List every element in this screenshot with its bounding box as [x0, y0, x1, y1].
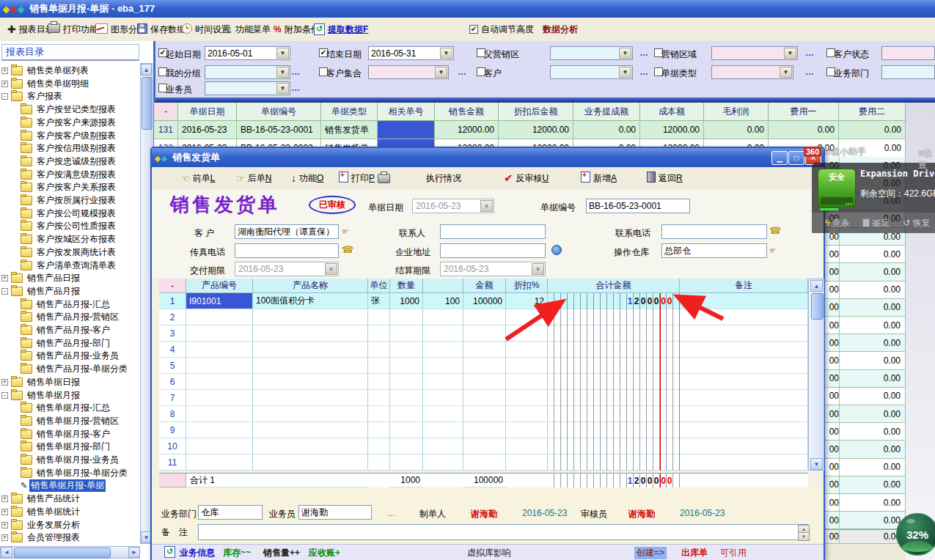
tree-item-label[interactable]: 销售单据月报-汇总	[35, 402, 111, 414]
sidebar-item[interactable]: -销售单据月报	[1, 389, 138, 402]
tree-expand-icon[interactable]: -	[1, 288, 8, 295]
tree-expand-icon[interactable]: +	[1, 534, 8, 541]
sidebar-item[interactable]: 销售产品月报-业务员	[1, 350, 138, 362]
tree-item-label[interactable]: 客户按登记类型报表	[35, 103, 117, 116]
doc-no-field[interactable]	[586, 199, 690, 213]
sidebar-item[interactable]: +销售类单据列表	[1, 65, 138, 77]
sidebar-item[interactable]: 销售产品月报-单据分类	[1, 363, 138, 375]
dialog-next-doc-button[interactable]: ☞后单N	[236, 171, 271, 185]
discount-cell[interactable]: 12	[506, 293, 548, 309]
toolbar-extract-data-button[interactable]: ↺提取数据F	[314, 22, 368, 37]
detail-column-header[interactable]: 数量	[390, 279, 423, 293]
column-header[interactable]: 单据编号	[237, 103, 321, 121]
dept-field[interactable]	[198, 505, 263, 520]
data-cell[interactable]: 0.00	[839, 263, 906, 281]
customer-field[interactable]	[235, 224, 339, 239]
detail-column-header[interactable]: 产品编号	[186, 279, 253, 293]
empty-cell[interactable]	[680, 342, 808, 358]
dialog-minimize-button[interactable]: ▁	[771, 151, 788, 165]
empty-cell[interactable]	[368, 390, 390, 406]
dialog-add-new-button[interactable]: 新增A	[581, 171, 617, 185]
sidebar-item[interactable]: +销售产品统计	[1, 493, 138, 505]
sidebar-item[interactable]: 客户按客户来源报表	[1, 117, 138, 129]
tree-item-label[interactable]: 销售单据月报-部门	[35, 441, 111, 453]
column-header[interactable]: -	[154, 103, 178, 121]
empty-cell[interactable]	[506, 438, 548, 454]
detail-column-header[interactable]: 单位	[368, 279, 390, 293]
doc-type-more-button[interactable]: …	[805, 67, 815, 77]
salesman-dropdown[interactable]: ▼	[205, 81, 290, 95]
settle-date-dropdown[interactable]: 2016-05-23▼	[440, 262, 546, 276]
empty-cell[interactable]	[186, 390, 253, 406]
sidebar-item[interactable]: 销售单据月报-客户	[1, 428, 138, 441]
empty-cell[interactable]	[463, 406, 506, 422]
price-cell[interactable]: 100	[423, 293, 463, 309]
empty-cell[interactable]	[253, 422, 368, 438]
empty-cell[interactable]	[390, 390, 423, 406]
tree-item-label[interactable]: 客户报表	[26, 90, 64, 103]
tree-item-label[interactable]: 销售产品月报	[26, 285, 81, 298]
sidebar-item[interactable]: +销售类单据明细	[1, 78, 138, 90]
empty-cell[interactable]	[423, 438, 463, 454]
empty-cell[interactable]	[506, 406, 548, 422]
tree-item-label[interactable]: 销售单据月报	[26, 389, 81, 402]
optimization-percent-badge[interactable]: 32%	[896, 513, 935, 556]
sidebar-item[interactable]: +销售单据日报	[1, 376, 138, 388]
salesman-field[interactable]	[298, 505, 372, 520]
data-cell[interactable]: BB-16-05-23-0001	[237, 121, 321, 139]
empty-cell[interactable]	[680, 438, 808, 454]
sidebar-item[interactable]: 销售单据月报-业务员	[1, 454, 138, 466]
empty-cell[interactable]	[253, 358, 368, 374]
detail-row-number[interactable]: 4	[159, 342, 186, 358]
tree-horizontal-scrollbar[interactable]: ◄ ►	[0, 546, 140, 559]
data-cell[interactable]: 00	[825, 476, 839, 494]
tree-scrollbar-thumb[interactable]	[142, 77, 153, 130]
empty-cell[interactable]	[423, 325, 463, 342]
tree-item-label[interactable]: 客户按公司规模报表	[35, 207, 117, 220]
amount-cell[interactable]: 100000	[463, 293, 506, 309]
empty-cell[interactable]	[186, 422, 253, 438]
salesman-more-button[interactable]: …	[291, 83, 301, 93]
product-name-cell[interactable]: 100面值积分卡	[253, 293, 368, 309]
empty-cell[interactable]	[368, 325, 390, 342]
business-dept-dropdown[interactable]	[881, 65, 935, 79]
empty-cell[interactable]	[186, 454, 253, 471]
dropdown-arrow-icon[interactable]: ▼	[619, 48, 631, 59]
column-header[interactable]: 销售金额	[435, 103, 499, 121]
empty-cell[interactable]	[368, 406, 390, 422]
detail-row-number[interactable]: 6	[159, 374, 186, 390]
tree-item-label[interactable]: 销售产品月报-客户	[35, 324, 111, 336]
detail-row-number[interactable]: 8	[159, 406, 186, 422]
dropdown-arrow-icon[interactable]: ▼	[440, 48, 452, 59]
sidebar-item[interactable]: 销售产品月报-客户	[1, 324, 138, 336]
empty-cell[interactable]	[506, 374, 548, 390]
my-group-dropdown[interactable]: ▼	[205, 65, 290, 79]
empty-cell[interactable]	[253, 309, 368, 325]
empty-cell[interactable]	[680, 325, 808, 342]
data-cell[interactable]: 00	[825, 423, 839, 441]
tree-item-label[interactable]: 销售单据月报-业务员	[35, 454, 120, 466]
tree-item-label[interactable]: 客户按客户来源报表	[35, 117, 117, 129]
tree-item-label[interactable]: 客户按客户级别报表	[35, 130, 117, 142]
dialog-function-button[interactable]: ↓功能O	[291, 171, 323, 185]
remark-scroll-down[interactable]: ▼	[798, 532, 810, 541]
data-cell[interactable]: 0.00	[839, 370, 906, 388]
dropdown-arrow-icon[interactable]: ▼	[435, 67, 447, 78]
row-id-cell[interactable]: 131	[154, 121, 178, 139]
empty-cell[interactable]	[253, 374, 368, 390]
tree-item-label[interactable]: 销售产品月报-业务员	[35, 350, 120, 362]
empty-cell[interactable]	[680, 309, 808, 325]
tree-expand-icon[interactable]: +	[1, 495, 8, 502]
sidebar-item[interactable]: 销售产品月报-汇总	[1, 298, 138, 311]
detail-scroll-down-button[interactable]: ▼	[810, 458, 823, 470]
empty-cell[interactable]	[463, 438, 506, 454]
data-cell[interactable]: 0.00	[839, 317, 906, 334]
data-cell[interactable]: 0.00	[839, 405, 906, 423]
empty-cell[interactable]	[423, 390, 463, 406]
empty-cell[interactable]	[463, 325, 506, 342]
dialog-unaudit-button[interactable]: ✔反审核U	[504, 171, 549, 185]
usb-identify-button[interactable]: 鉴定	[862, 217, 890, 229]
sidebar-item[interactable]: 客户按公司性质报表	[1, 220, 138, 232]
tree-item-label[interactable]: 客户按城区分布报表	[35, 233, 117, 246]
data-cell[interactable]: 12000.00	[499, 121, 573, 139]
